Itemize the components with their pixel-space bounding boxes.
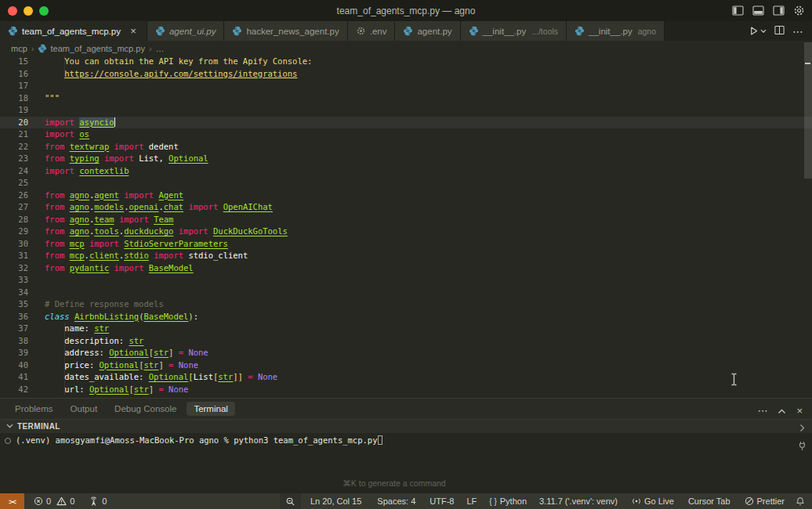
- code-line-27[interactable]: 27from agno.models.openai.chat import Op…: [0, 201, 812, 214]
- line-number[interactable]: 36: [0, 311, 36, 323]
- zoom-window-button[interactable]: [39, 6, 49, 16]
- code-line-28[interactable]: 28from agno.team import Team: [0, 214, 812, 226]
- zoom-status[interactable]: [280, 493, 301, 509]
- line-number[interactable]: 22: [0, 141, 36, 153]
- tab-.env[interactable]: .env: [348, 21, 396, 41]
- code-line-37[interactable]: 37 name: str: [0, 323, 812, 335]
- toggle-primary-sidebar-icon[interactable]: [731, 4, 745, 17]
- line-number[interactable]: 25: [0, 177, 36, 190]
- line-number[interactable]: 34: [0, 287, 36, 299]
- ports-status[interactable]: 0: [84, 493, 111, 509]
- line-number[interactable]: 39: [0, 347, 36, 359]
- eol-status[interactable]: LF: [462, 493, 481, 509]
- python-interpreter-status[interactable]: 3.11.7 ('.venv': venv): [535, 493, 622, 509]
- code-line-26[interactable]: 26from agno.agent import Agent: [0, 190, 812, 202]
- line-number[interactable]: 23: [0, 153, 36, 165]
- terminal-section-header[interactable]: TERMINAL: [0, 419, 812, 433]
- command-decoration-icon[interactable]: [5, 438, 11, 444]
- line-number[interactable]: 41: [0, 371, 36, 384]
- line-number[interactable]: 19: [0, 104, 36, 117]
- tab-hacker_news_agent.py[interactable]: hacker_news_agent.py: [224, 21, 347, 41]
- encoding-status[interactable]: UTF-8: [425, 493, 459, 509]
- line-number[interactable]: 18: [0, 92, 36, 105]
- line-number[interactable]: 37: [0, 323, 36, 335]
- code-line-17[interactable]: 17: [0, 80, 812, 92]
- line-number[interactable]: 31: [0, 250, 36, 262]
- code-line-25[interactable]: 25: [0, 177, 812, 190]
- panel-close-icon[interactable]: ×: [796, 405, 803, 417]
- line-number[interactable]: 29: [0, 226, 36, 238]
- line-number[interactable]: 42: [0, 384, 36, 396]
- line-number[interactable]: 38: [0, 335, 36, 348]
- line-number[interactable]: 20: [0, 117, 36, 129]
- line-number[interactable]: 27: [0, 201, 36, 214]
- breadcrumb-symbol[interactable]: …: [156, 44, 165, 53]
- run-python-file-button[interactable]: [749, 26, 767, 36]
- line-number[interactable]: 33: [0, 274, 36, 287]
- line-number[interactable]: 35: [0, 298, 36, 311]
- more-actions-icon[interactable]: ⋯: [792, 25, 804, 38]
- code-line-31[interactable]: 31from mcp.client.stdio import stdio_cli…: [0, 250, 812, 262]
- line-number[interactable]: 24: [0, 165, 36, 178]
- tab-agent_ui.py[interactable]: agent_ui.py: [147, 21, 224, 41]
- code-line-20[interactable]: 20import asyncio: [0, 117, 812, 129]
- close-window-button[interactable]: [8, 6, 17, 16]
- panel-tab-problems[interactable]: Problems: [8, 402, 60, 416]
- panel-tab-terminal[interactable]: Terminal: [187, 402, 234, 416]
- plug-icon[interactable]: [798, 441, 807, 453]
- cursor-tab-status[interactable]: Cursor Tab: [683, 493, 735, 509]
- tab-__init__.py[interactable]: __init__.pyagno: [567, 21, 665, 41]
- code-line-23[interactable]: 23from typing import List, Optional: [0, 153, 812, 165]
- line-number[interactable]: 40: [0, 359, 36, 372]
- panel-maximize-icon[interactable]: [778, 403, 786, 417]
- code-line-33[interactable]: 33: [0, 274, 812, 287]
- notifications-bell[interactable]: [791, 493, 812, 509]
- code-line-41[interactable]: 41 dates_available: Optional[List[str]] …: [0, 371, 812, 384]
- tab-team_of_agents_mcp.py[interactable]: team_of_agents_mcp.py×: [0, 21, 147, 41]
- cursor-position-status[interactable]: Ln 20, Col 15: [306, 493, 366, 509]
- split-editor-icon[interactable]: [774, 24, 785, 38]
- code-line-36[interactable]: 36class AirbnbListing(BaseModel):: [0, 311, 812, 323]
- line-number[interactable]: 16: [0, 68, 36, 81]
- prettier-status[interactable]: Prettier: [740, 493, 789, 509]
- editor-scrollbar[interactable]: [804, 42, 812, 179]
- problems-status[interactable]: 0 0: [29, 493, 79, 509]
- code-line-15[interactable]: 15 You can obtain the API key from the A…: [0, 56, 812, 68]
- code-line-40[interactable]: 40 price: Optional[str] = None: [0, 359, 812, 372]
- code-line-21[interactable]: 21import os: [0, 128, 812, 141]
- indentation-status[interactable]: Spaces: 4: [372, 493, 420, 509]
- code-line-18[interactable]: 18""": [0, 92, 812, 105]
- code-line-42[interactable]: 42 url: Optional[str] = None: [0, 384, 812, 396]
- terminal[interactable]: (.venv) amosgyamfi@Amoss-MacBook-Pro agn…: [0, 433, 812, 493]
- code-line-35[interactable]: 35# Define response models: [0, 298, 812, 311]
- code-editor[interactable]: 15 You can obtain the API key from the A…: [0, 56, 812, 398]
- breadcrumb-folder[interactable]: mcp: [11, 44, 27, 53]
- code-line-30[interactable]: 30from mcp import StdioServerParameters: [0, 238, 812, 251]
- code-line-24[interactable]: 24import contextlib: [0, 165, 812, 178]
- line-number[interactable]: 30: [0, 238, 36, 251]
- panel-tab-output[interactable]: Output: [63, 402, 105, 416]
- tab-agent.py[interactable]: agent.py: [395, 21, 460, 41]
- remote-indicator[interactable]: ><: [0, 493, 24, 509]
- panel-more-actions-icon[interactable]: ⋯: [757, 405, 767, 417]
- panel-tab-debug-console[interactable]: Debug Console: [107, 402, 183, 416]
- go-live-status[interactable]: Go Live: [627, 493, 679, 509]
- code-line-29[interactable]: 29from agno.tools.duckduckgo import Duck…: [0, 226, 812, 238]
- code-line-19[interactable]: 19: [0, 104, 812, 117]
- code-line-22[interactable]: 22from textwrap import dedent: [0, 141, 812, 153]
- toggle-secondary-sidebar-icon[interactable]: [772, 4, 785, 17]
- line-number[interactable]: 21: [0, 128, 36, 141]
- toggle-panel-icon[interactable]: [752, 4, 765, 17]
- line-number[interactable]: 15: [0, 56, 36, 68]
- line-number[interactable]: 26: [0, 190, 36, 202]
- settings-gear-icon[interactable]: [792, 4, 806, 17]
- line-number[interactable]: 28: [0, 214, 36, 226]
- code-line-16[interactable]: 16 https://console.apify.com/settings/in…: [0, 68, 812, 81]
- line-number[interactable]: 17: [0, 80, 36, 92]
- code-line-38[interactable]: 38 description: str: [0, 335, 812, 348]
- minimize-window-button[interactable]: [24, 6, 33, 16]
- tab-__init__.py[interactable]: __init__.py.../tools: [461, 21, 567, 41]
- language-mode-status[interactable]: { } Python: [484, 493, 531, 509]
- code-line-34[interactable]: 34: [0, 287, 812, 299]
- code-line-32[interactable]: 32from pydantic import BaseModel: [0, 262, 812, 275]
